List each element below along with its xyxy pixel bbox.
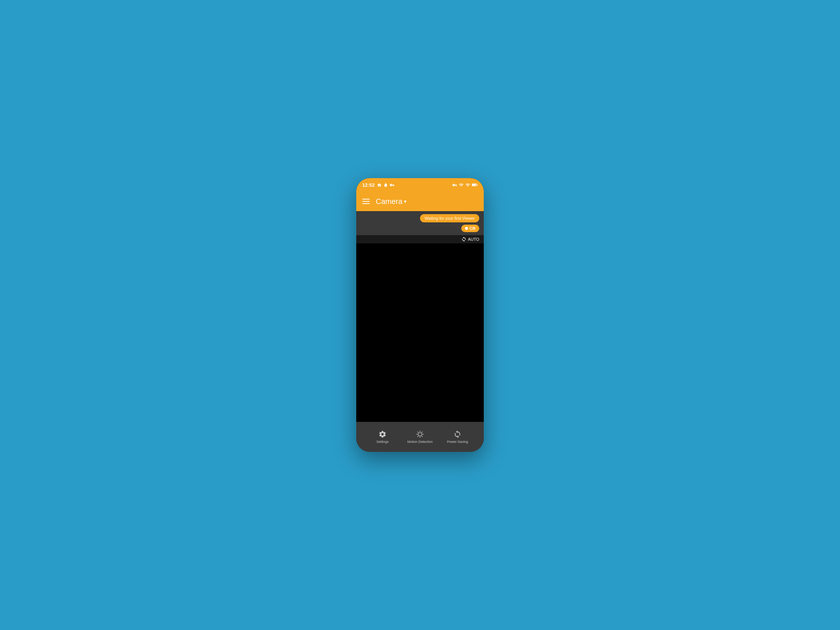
app-bar: Camera ▾ [356, 192, 484, 211]
signal-icon [465, 183, 470, 188]
camera-top-strip: Waiting for your first Viewer CR [356, 211, 484, 235]
home-icon [377, 183, 382, 188]
cr-dot [465, 227, 468, 230]
auto-label[interactable]: AUTO [461, 237, 479, 242]
status-bar-left: 12:52 [362, 182, 395, 188]
motion-detection-icon [416, 430, 424, 438]
cr-badge[interactable]: CR [461, 225, 479, 232]
svg-rect-1 [472, 184, 476, 186]
svg-point-3 [418, 433, 422, 436]
power-saving-icon [453, 430, 462, 438]
nav-settings[interactable]: Settings [364, 430, 401, 444]
bottom-nav: Settings Motion Detection Power-Saving [356, 422, 484, 452]
camera-auto-row: AUTO [356, 235, 484, 243]
waiting-badge: Waiting for your first Viewer [420, 214, 479, 223]
title-dropdown-arrow[interactable]: ▾ [404, 198, 406, 204]
motion-detection-label: Motion Detection [407, 440, 433, 444]
status-time: 12:52 [362, 182, 375, 188]
wifi-icon [459, 183, 464, 188]
nav-motion-detection[interactable]: Motion Detection [401, 430, 439, 444]
camera-preview [356, 243, 484, 422]
battery-icon [472, 183, 478, 187]
vpn-icon [390, 183, 395, 188]
status-icons-left [377, 183, 395, 188]
settings-label: Settings [376, 440, 389, 444]
auto-icon [461, 237, 466, 242]
key-icon [452, 183, 457, 188]
app-title: Camera ▾ [376, 197, 406, 206]
status-icons-right [452, 183, 478, 188]
settings-icon [378, 430, 387, 438]
notification-icon [383, 183, 388, 188]
svg-rect-2 [477, 184, 478, 185]
phone-frame: 12:52 [356, 178, 484, 452]
hamburger-menu-button[interactable] [362, 199, 370, 204]
nav-power-saving[interactable]: Power-Saving [439, 430, 476, 444]
status-bar: 12:52 [356, 178, 484, 192]
power-saving-label: Power-Saving [447, 440, 468, 444]
